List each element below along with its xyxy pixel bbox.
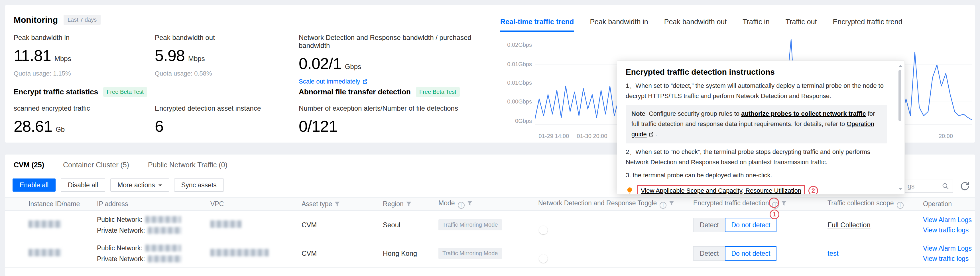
table-row: Public Network: Private Network: CVM Seo… bbox=[5, 211, 975, 239]
view-traffic-logs-link[interactable]: View traffic logs bbox=[923, 225, 973, 235]
detect-button[interactable]: Detect bbox=[693, 246, 725, 261]
detect-button[interactable]: Detect bbox=[693, 218, 725, 232]
filter-icon[interactable] bbox=[334, 201, 340, 207]
cell-mode: Traffic Mirroring Mode bbox=[438, 211, 538, 239]
table-row: Public Network: Private Network: CVM Hon… bbox=[5, 239, 975, 268]
lightbulb-icon bbox=[626, 187, 634, 195]
view-applicable-scope-link[interactable]: View Applicable Scope and Capacity, Reso… bbox=[641, 187, 801, 194]
tab-realtime-traffic-trend[interactable]: Real-time traffic trend bbox=[500, 18, 574, 32]
external-link-icon bbox=[649, 132, 654, 137]
metric-value: 6 bbox=[155, 117, 163, 136]
metric-label: Peak bandwidth out bbox=[155, 34, 292, 41]
sync-assets-button[interactable]: Sync assets bbox=[174, 179, 224, 191]
tab-traffic-out[interactable]: Traffic out bbox=[786, 18, 817, 32]
x-tick: 01-30 20:00 bbox=[571, 133, 613, 139]
metric-unit: Mbps bbox=[54, 55, 71, 63]
filter-icon[interactable] bbox=[669, 201, 675, 206]
cell-instance bbox=[29, 239, 97, 268]
filter-icon[interactable] bbox=[467, 201, 473, 206]
tooltip-note: Note Configure security group rules to a… bbox=[626, 105, 887, 144]
col-mode: Modei bbox=[438, 198, 538, 211]
view-traffic-logs-link[interactable]: View traffic logs bbox=[923, 254, 973, 264]
tab-traffic-in[interactable]: Traffic in bbox=[743, 18, 769, 32]
filter-icon[interactable] bbox=[406, 201, 412, 207]
enable-all-button[interactable]: Enable all bbox=[13, 179, 56, 191]
y-tick: 0.02Gbps bbox=[501, 41, 532, 48]
do-not-detect-button[interactable]: Do not detect bbox=[725, 218, 776, 232]
table-header-row: Instance ID/name IP address VPC Asset ty… bbox=[5, 198, 975, 211]
authorize-probes-link[interactable]: authorize probes to collect network traf… bbox=[741, 110, 866, 117]
asset-type-tabs: CVM (25) Container Cluster (5) Public Ne… bbox=[14, 161, 228, 169]
y-tick: 0.00Gbps bbox=[501, 98, 532, 105]
cell-encrypted-detection: Detect Do not detect bbox=[693, 211, 827, 239]
redacted-private-ip bbox=[148, 255, 181, 262]
tab-cvm[interactable]: CVM (25) bbox=[14, 161, 44, 169]
cell-encrypted-detection: Detect Do not detect bbox=[693, 239, 827, 268]
chevron-down-icon bbox=[159, 185, 162, 188]
do-not-detect-button[interactable]: Do not detect bbox=[725, 246, 776, 261]
info-icon[interactable]: i bbox=[458, 202, 465, 209]
x-tick: 01-29 14:00 bbox=[533, 133, 575, 139]
encrypt-stats-header: Encrypt traffic statistics Free Beta Tes… bbox=[14, 87, 147, 97]
metric-exception-alerts: Number of exception alerts/Number of fil… bbox=[299, 104, 487, 140]
cell-ndr-toggle bbox=[538, 239, 693, 268]
cell-ip: Public Network: Private Network: bbox=[97, 211, 210, 239]
refresh-icon[interactable] bbox=[959, 181, 970, 191]
more-actions-button[interactable]: More actions bbox=[110, 179, 169, 191]
asset-table: Instance ID/name IP address VPC Asset ty… bbox=[5, 197, 975, 268]
toggle-knob bbox=[539, 226, 547, 235]
external-link-icon bbox=[362, 79, 368, 84]
col-ndr-toggle: Network Detection and Response Togglei bbox=[538, 198, 693, 211]
filter-icon[interactable] bbox=[781, 201, 787, 206]
scale-out-link[interactable]: Scale out immediately bbox=[299, 78, 368, 85]
search-icon[interactable] bbox=[942, 182, 949, 190]
col-region: Region bbox=[383, 198, 438, 211]
x-tick: 20:00 bbox=[929, 133, 963, 139]
cell-mode: Traffic Mirroring Mode bbox=[438, 239, 538, 268]
tab-container-cluster[interactable]: Container Cluster (5) bbox=[63, 161, 129, 169]
table-toolbar: Enable all Disable all More actions Sync… bbox=[13, 179, 224, 191]
tab-encrypted-traffic-trend[interactable]: Encrypted traffic trend bbox=[833, 18, 902, 32]
cell-region: Hong Kong bbox=[383, 239, 438, 268]
tooltip-item-2: 2、When set to “no check”, the terminal p… bbox=[626, 147, 887, 168]
annotation-box: View Applicable Scope and Capacity, Reso… bbox=[637, 185, 805, 195]
tab-public-network-traffic[interactable]: Public Network Traffic (0) bbox=[148, 161, 228, 169]
view-alarm-logs-link[interactable]: View Alarm Logs bbox=[923, 215, 973, 225]
tab-peak-bandwidth-out[interactable]: Peak bandwidth out bbox=[664, 18, 727, 32]
metric-label: scanned encrypted traffic bbox=[14, 104, 151, 112]
free-beta-badge: Free Beta Test bbox=[103, 87, 147, 97]
col-asset-type: Asset type bbox=[302, 198, 383, 211]
tooltip-scope-row: View Applicable Scope and Capacity, Reso… bbox=[626, 185, 887, 195]
scrollbar-thumb[interactable] bbox=[899, 70, 901, 121]
row-checkbox[interactable] bbox=[14, 221, 14, 229]
redacted-instance-id bbox=[29, 249, 61, 256]
quota-usage: Quota usage: 1.15% bbox=[14, 70, 151, 77]
traffic-scope-link[interactable]: test bbox=[827, 249, 838, 257]
metric-label: Encrypted detection asset instance bbox=[155, 104, 292, 112]
metric-unit: Gbps bbox=[345, 63, 361, 71]
scale-out-label: Scale out immediately bbox=[299, 78, 360, 85]
quota-usage: Quota usage: 0.58% bbox=[155, 70, 292, 77]
row-checkbox[interactable] bbox=[14, 249, 14, 257]
metric-label: Peak bandwidth in bbox=[14, 34, 151, 41]
more-actions-label: More actions bbox=[118, 181, 155, 189]
metric-scanned-traffic: scanned encrypted traffic 28.61 Gb bbox=[14, 104, 151, 140]
scroll-down-arrow[interactable] bbox=[899, 188, 902, 192]
select-all-checkbox[interactable] bbox=[14, 200, 14, 208]
cell-vpc bbox=[210, 211, 302, 239]
view-alarm-logs-link[interactable]: View Alarm Logs bbox=[923, 243, 973, 254]
metric-value: 5.98 bbox=[155, 46, 185, 65]
search-input-text: gs bbox=[908, 182, 915, 190]
monitoring-header: Monitoring Last 7 days bbox=[14, 15, 100, 25]
redacted-vpc bbox=[210, 249, 269, 256]
tab-peak-bandwidth-in[interactable]: Peak bandwidth in bbox=[590, 18, 648, 32]
scroll-up-arrow[interactable] bbox=[899, 63, 902, 67]
tooltip-item-1: 1、When set to “detect,” the system will … bbox=[626, 81, 887, 101]
free-beta-badge: Free Beta Test bbox=[416, 87, 460, 97]
info-icon[interactable]: i bbox=[897, 202, 904, 209]
traffic-scope-link[interactable]: Full Collection bbox=[827, 221, 870, 229]
metric-label: Network Detection and Response bandwidth… bbox=[299, 34, 487, 49]
disable-all-button[interactable]: Disable all bbox=[61, 179, 105, 191]
encrypted-detection-info-icon[interactable]: i bbox=[772, 202, 779, 209]
info-icon[interactable]: i bbox=[660, 202, 667, 209]
